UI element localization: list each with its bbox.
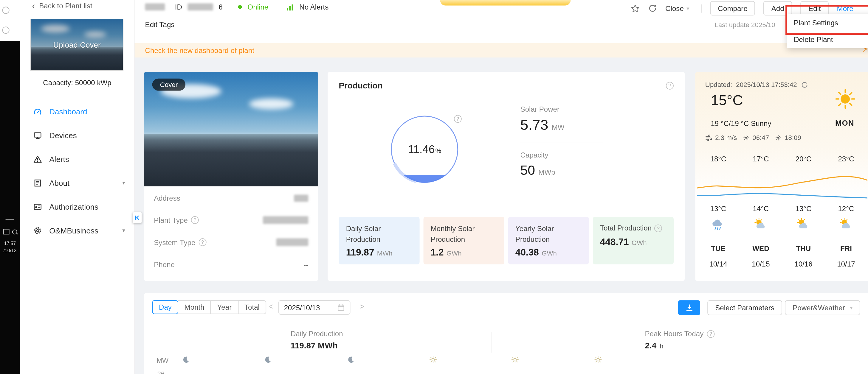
sun-cloud-icon — [838, 217, 854, 232]
calendar-icon — [337, 303, 345, 311]
chevron-down-icon: ▾ — [686, 5, 689, 11]
low-temp: 14°C — [753, 205, 769, 213]
forecast-dates: 10/14 10/15 10/16 10/17 — [697, 260, 867, 268]
favorite-star-button[interactable] — [630, 4, 640, 13]
system-type-value-redacted — [276, 238, 309, 246]
gauge-unit: % — [435, 147, 441, 155]
signal-icon — [286, 3, 294, 11]
screenshot-icon[interactable] — [3, 229, 9, 235]
plant-type-label: Plant Type — [154, 216, 188, 224]
sidebar-item-devices[interactable]: Devices — [20, 123, 134, 147]
menu-item-plant-settings[interactable]: Plant Settings — [787, 14, 868, 31]
refresh-button[interactable] — [648, 4, 657, 13]
id-card-icon — [33, 202, 42, 211]
divider — [492, 332, 492, 353]
compare-button[interactable]: Compare — [710, 1, 755, 15]
sidebar-item-label: Alerts — [49, 155, 69, 164]
peak-hours-value: 2.4 — [645, 341, 656, 350]
sidebar-item-alerts[interactable]: Alerts — [20, 147, 134, 171]
help-icon[interactable]: ? — [191, 216, 199, 224]
tab-month[interactable]: Month — [178, 300, 211, 314]
address-value-redacted — [294, 195, 308, 202]
plant-sidebar: ‹ Back to Plant list Upload Cover Capaci… — [20, 0, 134, 374]
sidebar-item-om-business[interactable]: O&MBusiness ▾ — [20, 218, 134, 242]
stat-value: 40.38 — [516, 247, 539, 258]
sidebar-item-dashboard[interactable]: Dashboard — [20, 99, 134, 123]
sidebar-item-label: Dashboard — [49, 107, 87, 116]
forecast-days: TUE WED THU FRI — [697, 244, 867, 253]
plant-name-redacted — [145, 3, 165, 10]
capacity-unit: MWp — [538, 168, 555, 177]
tab-total[interactable]: Total — [238, 300, 267, 314]
magnifier-icon[interactable] — [12, 229, 17, 234]
phone-value: -- — [304, 260, 308, 269]
os-side-strip: 17:57 /10/13 — [0, 0, 20, 374]
address-label: Address — [154, 194, 180, 202]
stat-value: 448.71 — [600, 236, 629, 247]
phone-label: Phone — [154, 260, 175, 269]
next-date-button[interactable]: > — [360, 302, 364, 311]
stat-monthly-production: Monthly Solar Production 1.2GWh — [424, 217, 504, 264]
refresh-icon — [648, 4, 657, 13]
sidebar-menu: Dashboard Devices Alerts About ▾ Authori… — [20, 99, 134, 242]
refresh-icon[interactable] — [801, 81, 808, 88]
edit-button[interactable]: Edit — [801, 1, 829, 15]
sidebar-item-label: Devices — [49, 131, 76, 140]
add-button[interactable]: Add — [764, 1, 793, 15]
close-dropdown[interactable]: Close ▾ — [665, 4, 693, 12]
wind-icon — [705, 134, 712, 141]
high-temp: 20°C — [795, 155, 811, 163]
stat-label: Monthly Solar Production — [431, 225, 475, 243]
series-select-dropdown[interactable]: Power&Weather ▾ — [785, 300, 860, 315]
id-label: ID — [175, 3, 182, 11]
production-summary: Solar Power 5.73 MW Capacity 50 MWp — [521, 105, 603, 178]
sidebar-item-about[interactable]: About ▾ — [20, 171, 134, 195]
browser-tab-icon[interactable] — [2, 6, 9, 14]
k-widget-tab[interactable]: K — [133, 212, 142, 223]
sunset-icon — [775, 134, 782, 141]
stat-unit: GWh — [446, 249, 462, 257]
browser-tab-icon[interactable] — [2, 27, 9, 34]
stat-daily-production: Daily Solar Production 119.87MWh — [339, 217, 420, 264]
plant-id-tail: 6 — [219, 3, 223, 11]
forecast-date: 10/16 — [795, 260, 812, 268]
edit-tags-link[interactable]: Edit Tags — [145, 21, 175, 29]
tab-day[interactable]: Day — [152, 300, 179, 314]
plant-header: ID 6 Online No Alerts Close ▾ — [134, 0, 868, 43]
help-icon[interactable]: ? — [198, 238, 206, 246]
select-parameters-button[interactable]: Select Parameters — [707, 300, 782, 315]
sidebar-item-authorizations[interactable]: Authorizations — [20, 195, 134, 218]
stat-yearly-production: Yearly Solar Production 40.38GWh — [508, 217, 589, 264]
download-button[interactable] — [678, 300, 700, 315]
stat-unit: MWh — [377, 249, 393, 257]
help-icon[interactable]: ? — [454, 115, 462, 123]
sunny-icon — [835, 89, 856, 110]
tab-year[interactable]: Year — [211, 300, 238, 314]
production-chart-card: Day Month Year Total < 2025/10/13 > Sele… — [144, 293, 868, 374]
sun-cloud-icon — [753, 217, 768, 232]
back-label: Back to Plant list — [39, 2, 92, 10]
more-button[interactable]: More — [837, 4, 854, 12]
new-dashboard-banner[interactable]: Check the new dashboard of plant ↗ — [134, 43, 868, 58]
address-row: Address — [154, 187, 308, 209]
capture-overlay-panel: 17:57 /10/13 — [0, 41, 20, 374]
moon-icon — [346, 355, 355, 364]
gear-icon — [33, 226, 42, 235]
forecast-date: 10/14 — [709, 260, 727, 268]
forecast-date: 10/15 — [752, 260, 770, 268]
help-icon[interactable]: ? — [666, 82, 674, 90]
menu-item-delete-plant[interactable]: Delete Plant — [787, 31, 868, 48]
solar-power-label: Solar Power — [521, 105, 603, 113]
help-icon[interactable]: ? — [707, 330, 714, 338]
stat-value: 119.87 — [346, 247, 374, 258]
prev-date-button[interactable]: < — [269, 302, 273, 311]
date-picker[interactable]: 2025/10/13 — [278, 300, 350, 314]
sun-icon — [429, 355, 437, 364]
upload-cover-button[interactable]: Upload Cover — [30, 19, 123, 71]
minimize-icon[interactable] — [6, 219, 14, 220]
back-to-plant-list-link[interactable]: ‹ Back to Plant list — [32, 2, 92, 10]
sunset-time: 18:09 — [784, 134, 801, 141]
production-gauge: 11.46 % — [386, 110, 463, 188]
high-temp: 18°C — [710, 155, 726, 163]
help-icon[interactable]: ? — [654, 225, 662, 232]
